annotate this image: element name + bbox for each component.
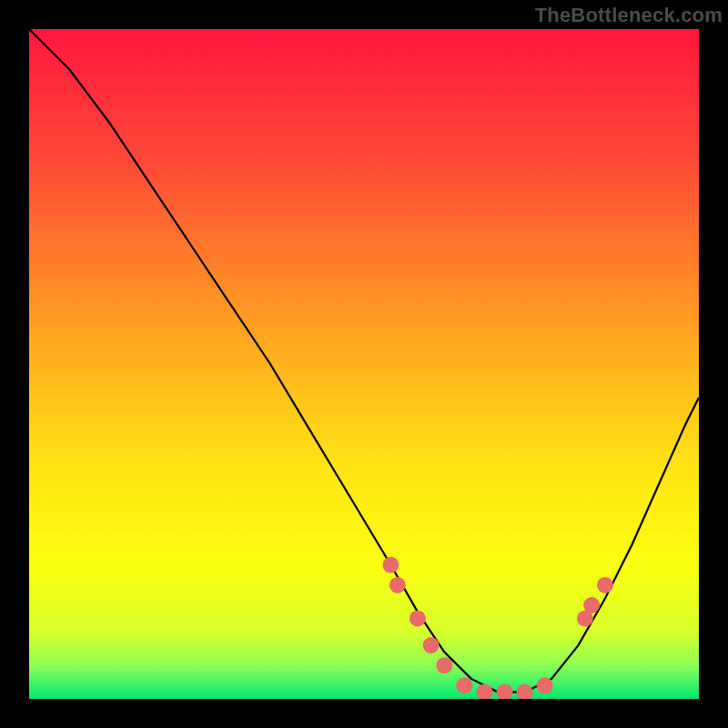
chart-frame (29, 29, 699, 699)
curve-marker (410, 611, 426, 627)
gradient-background (29, 29, 699, 699)
curve-marker (597, 577, 613, 593)
bottleneck-chart (29, 29, 699, 699)
curve-marker (423, 637, 440, 653)
curve-marker (382, 557, 399, 573)
watermark-text: TheBottleneck.com (535, 4, 723, 27)
curve-marker (389, 577, 406, 593)
curve-marker (456, 677, 472, 693)
curve-marker (436, 657, 452, 673)
curve-marker (583, 597, 600, 613)
curve-marker (537, 677, 553, 693)
